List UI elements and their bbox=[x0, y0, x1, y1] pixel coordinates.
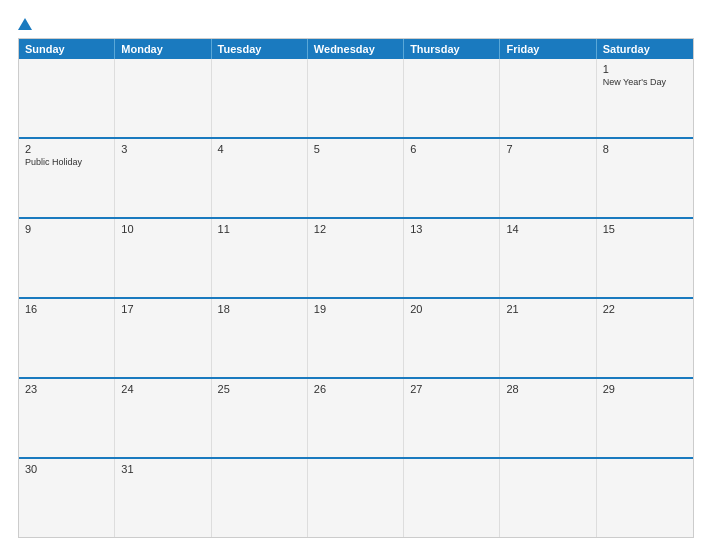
day-number: 16 bbox=[25, 303, 108, 315]
cal-cell-1-4: 6 bbox=[404, 139, 500, 217]
cal-week-5: 3031 bbox=[19, 457, 693, 537]
cal-week-3: 16171819202122 bbox=[19, 297, 693, 377]
day-number: 27 bbox=[410, 383, 493, 395]
day-number: 1 bbox=[603, 63, 687, 75]
logo-triangle-icon bbox=[18, 18, 32, 30]
cal-cell-1-6: 8 bbox=[597, 139, 693, 217]
cal-header-thursday: Thursday bbox=[404, 39, 500, 59]
cal-cell-2-3: 12 bbox=[308, 219, 404, 297]
day-number: 2 bbox=[25, 143, 108, 155]
day-number: 3 bbox=[121, 143, 204, 155]
cal-cell-3-2: 18 bbox=[212, 299, 308, 377]
holiday-name: New Year's Day bbox=[603, 77, 687, 88]
calendar-header-row: SundayMondayTuesdayWednesdayThursdayFrid… bbox=[19, 39, 693, 59]
day-number: 28 bbox=[506, 383, 589, 395]
cal-cell-1-5: 7 bbox=[500, 139, 596, 217]
day-number: 18 bbox=[218, 303, 301, 315]
cal-cell-4-2: 25 bbox=[212, 379, 308, 457]
day-number: 4 bbox=[218, 143, 301, 155]
cal-cell-1-0: 2Public Holiday bbox=[19, 139, 115, 217]
cal-cell-4-4: 27 bbox=[404, 379, 500, 457]
cal-cell-5-6 bbox=[597, 459, 693, 537]
day-number: 10 bbox=[121, 223, 204, 235]
cal-cell-3-6: 22 bbox=[597, 299, 693, 377]
cal-cell-2-6: 15 bbox=[597, 219, 693, 297]
cal-cell-5-4 bbox=[404, 459, 500, 537]
cal-week-0: 1New Year's Day bbox=[19, 59, 693, 137]
cal-cell-2-2: 11 bbox=[212, 219, 308, 297]
cal-cell-2-0: 9 bbox=[19, 219, 115, 297]
day-number: 24 bbox=[121, 383, 204, 395]
logo-blue-text bbox=[18, 18, 35, 30]
cal-cell-0-3 bbox=[308, 59, 404, 137]
holiday-name: Public Holiday bbox=[25, 157, 108, 168]
cal-cell-5-0: 30 bbox=[19, 459, 115, 537]
day-number: 14 bbox=[506, 223, 589, 235]
cal-header-wednesday: Wednesday bbox=[308, 39, 404, 59]
day-number: 23 bbox=[25, 383, 108, 395]
cal-cell-0-4 bbox=[404, 59, 500, 137]
calendar: SundayMondayTuesdayWednesdayThursdayFrid… bbox=[18, 38, 694, 538]
cal-header-friday: Friday bbox=[500, 39, 596, 59]
cal-cell-0-1 bbox=[115, 59, 211, 137]
day-number: 22 bbox=[603, 303, 687, 315]
day-number: 29 bbox=[603, 383, 687, 395]
day-number: 6 bbox=[410, 143, 493, 155]
day-number: 21 bbox=[506, 303, 589, 315]
cal-cell-4-3: 26 bbox=[308, 379, 404, 457]
cal-cell-2-5: 14 bbox=[500, 219, 596, 297]
cal-week-1: 2Public Holiday345678 bbox=[19, 137, 693, 217]
cal-cell-0-2 bbox=[212, 59, 308, 137]
cal-cell-1-2: 4 bbox=[212, 139, 308, 217]
cal-week-4: 23242526272829 bbox=[19, 377, 693, 457]
day-number: 8 bbox=[603, 143, 687, 155]
cal-header-monday: Monday bbox=[115, 39, 211, 59]
day-number: 13 bbox=[410, 223, 493, 235]
day-number: 30 bbox=[25, 463, 108, 475]
day-number: 9 bbox=[25, 223, 108, 235]
cal-cell-4-0: 23 bbox=[19, 379, 115, 457]
cal-cell-5-5 bbox=[500, 459, 596, 537]
day-number: 20 bbox=[410, 303, 493, 315]
day-number: 19 bbox=[314, 303, 397, 315]
logo bbox=[18, 18, 35, 30]
cal-week-2: 9101112131415 bbox=[19, 217, 693, 297]
day-number: 26 bbox=[314, 383, 397, 395]
cal-header-saturday: Saturday bbox=[597, 39, 693, 59]
day-number: 12 bbox=[314, 223, 397, 235]
cal-cell-0-5 bbox=[500, 59, 596, 137]
cal-cell-3-3: 19 bbox=[308, 299, 404, 377]
cal-cell-3-4: 20 bbox=[404, 299, 500, 377]
cal-cell-3-5: 21 bbox=[500, 299, 596, 377]
page: SundayMondayTuesdayWednesdayThursdayFrid… bbox=[0, 0, 712, 550]
cal-cell-2-4: 13 bbox=[404, 219, 500, 297]
day-number: 17 bbox=[121, 303, 204, 315]
day-number: 15 bbox=[603, 223, 687, 235]
cal-cell-5-2 bbox=[212, 459, 308, 537]
cal-header-tuesday: Tuesday bbox=[212, 39, 308, 59]
day-number: 7 bbox=[506, 143, 589, 155]
day-number: 5 bbox=[314, 143, 397, 155]
header bbox=[18, 18, 694, 30]
cal-cell-4-6: 29 bbox=[597, 379, 693, 457]
cal-header-sunday: Sunday bbox=[19, 39, 115, 59]
calendar-body: 1New Year's Day2Public Holiday3456789101… bbox=[19, 59, 693, 537]
cal-cell-3-0: 16 bbox=[19, 299, 115, 377]
day-number: 25 bbox=[218, 383, 301, 395]
cal-cell-5-3 bbox=[308, 459, 404, 537]
cal-cell-0-0 bbox=[19, 59, 115, 137]
cal-cell-5-1: 31 bbox=[115, 459, 211, 537]
cal-cell-1-1: 3 bbox=[115, 139, 211, 217]
day-number: 31 bbox=[121, 463, 204, 475]
cal-cell-3-1: 17 bbox=[115, 299, 211, 377]
cal-cell-2-1: 10 bbox=[115, 219, 211, 297]
cal-cell-1-3: 5 bbox=[308, 139, 404, 217]
cal-cell-0-6: 1New Year's Day bbox=[597, 59, 693, 137]
cal-cell-4-5: 28 bbox=[500, 379, 596, 457]
day-number: 11 bbox=[218, 223, 301, 235]
cal-cell-4-1: 24 bbox=[115, 379, 211, 457]
